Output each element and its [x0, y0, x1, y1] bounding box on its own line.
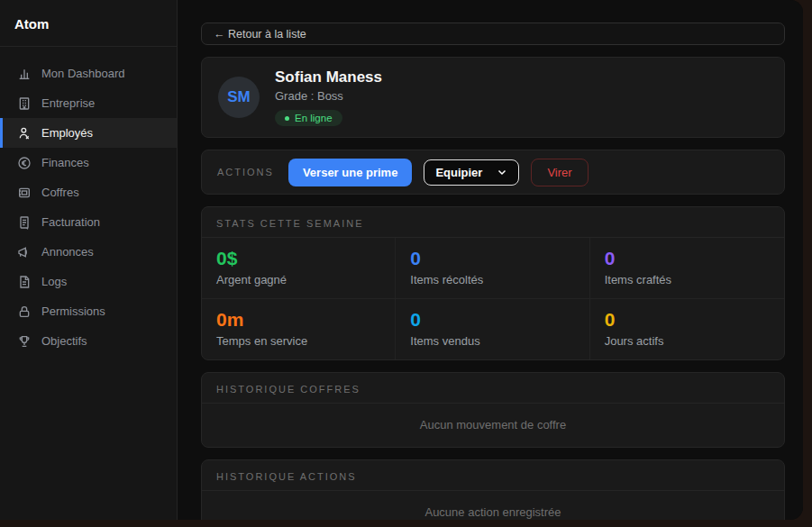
online-dot-icon [285, 116, 289, 121]
back-to-list-button[interactable]: ← Retour à la liste [201, 23, 785, 45]
invoice-icon [17, 215, 32, 230]
stat-label: Items vendus [410, 334, 574, 348]
stats-section-label: STATS CETTE SEMAINE [216, 218, 364, 229]
sidebar-item-dashboard[interactable]: Mon Dashboard [0, 59, 177, 88]
avatar: SM [218, 77, 260, 118]
profile-info: Sofian Maness Grade : Boss En ligne [275, 68, 382, 127]
main-content: ← Retour à la liste SM Sofian Maness Gra… [178, 0, 803, 520]
sidebar-item-label: Facturation [41, 215, 100, 229]
weekly-stats-card: STATS CETTE SEMAINE 0$ Argent gagné 0 It… [201, 206, 785, 360]
stats-card-header: STATS CETTE SEMAINE [202, 207, 784, 238]
sidebar-item-label: Coffres [41, 186, 79, 199]
sidebar-item-objectifs[interactable]: Objectifs [0, 326, 177, 356]
action-history-empty-text: Aucune action enregistrée [202, 491, 784, 520]
app-panel: Atom Mon Dashboard Entreprise Employés [0, 0, 803, 520]
status-label: En ligne [295, 113, 333, 123]
stat-value: 0m [216, 309, 380, 331]
sidebar-item-label: Logs [41, 275, 67, 288]
employee-profile-card: SM Sofian Maness Grade : Boss En ligne [201, 57, 785, 138]
stat-value: 0 [410, 309, 574, 331]
actions-card: ACTIONS Verser une prime Equipier Virer [201, 150, 785, 195]
stat-label: Temps en service [216, 334, 380, 348]
grade-select-value: Equipier [435, 166, 482, 179]
grade-select[interactable]: Equipier [424, 159, 519, 186]
sidebar-item-label: Objectifs [41, 334, 87, 348]
chart-bar-icon [17, 67, 32, 81]
sidebar-item-logs[interactable]: Logs [0, 267, 177, 296]
actions-section-label: ACTIONS [217, 167, 274, 177]
sidebar-item-facturation[interactable]: Facturation [0, 207, 177, 237]
sidebar-item-coffres[interactable]: Coffres [0, 177, 177, 207]
stat-label: Argent gagné [216, 273, 380, 286]
file-icon [17, 275, 32, 289]
stat-time-on-duty: 0m Temps en service [202, 299, 396, 359]
chest-history-header: HISTORIQUE COFFRES [202, 373, 784, 404]
action-history-section-label: HISTORIQUE ACTIONS [216, 471, 357, 482]
sidebar-nav: Mon Dashboard Entreprise Employés Financ… [0, 47, 177, 356]
sidebar-item-permissions[interactable]: Permissions [0, 296, 177, 326]
sidebar-item-label: Employés [41, 126, 93, 140]
sidebar-item-finances[interactable]: Finances [0, 148, 177, 177]
stat-value: 0 [605, 309, 770, 331]
action-history-card: HISTORIQUE ACTIONS Aucune action enregis… [201, 459, 785, 520]
stat-value: 0 [410, 248, 574, 269]
stat-active-days: 0 Jours actifs [590, 299, 784, 359]
chest-history-section-label: HISTORIQUE COFFRES [216, 384, 360, 395]
fire-button[interactable]: Virer [531, 159, 588, 186]
stat-items-sold: 0 Items vendus [396, 299, 589, 359]
employee-name: Sofian Maness [275, 68, 382, 86]
status-badge: En ligne [275, 110, 342, 126]
trophy-icon [17, 334, 32, 349]
chest-history-card: HISTORIQUE COFFRES Aucun mouvement de co… [201, 372, 785, 448]
sidebar-item-label: Annonces [41, 245, 94, 259]
sidebar-item-label: Finances [41, 156, 89, 169]
give-bonus-button[interactable]: Verser une prime [288, 159, 413, 186]
lock-icon [17, 304, 32, 319]
sidebar-item-label: Mon Dashboard [41, 67, 125, 80]
sidebar-item-label: Permissions [41, 304, 105, 318]
stat-money-earned: 0$ Argent gagné [202, 238, 396, 299]
sidebar-item-employes[interactable]: Employés [0, 118, 177, 148]
megaphone-icon [17, 245, 32, 259]
stat-label: Jours actifs [605, 334, 770, 348]
stat-label: Items craftés [605, 273, 770, 286]
sidebar-item-entreprise[interactable]: Entreprise [0, 88, 177, 118]
action-history-header: HISTORIQUE ACTIONS [202, 460, 784, 491]
euro-icon [17, 156, 32, 170]
chest-history-empty-text: Aucun mouvement de coffre [202, 404, 784, 447]
stat-label: Items récoltés [410, 273, 574, 286]
stat-value: 0 [605, 248, 770, 269]
employee-grade: Grade : Boss [275, 89, 382, 103]
safe-icon [17, 186, 32, 200]
sidebar-item-label: Entreprise [41, 96, 95, 110]
building-icon [17, 96, 32, 111]
chevron-down-icon [497, 167, 507, 177]
stats-grid: 0$ Argent gagné 0 Items récoltés 0 Items… [202, 238, 784, 359]
stat-items-harvested: 0 Items récoltés [396, 238, 589, 299]
users-icon [17, 126, 32, 141]
sidebar-item-annonces[interactable]: Annonces [0, 237, 177, 267]
stat-items-crafted: 0 Items craftés [590, 238, 784, 299]
sidebar: Atom Mon Dashboard Entreprise Employés [0, 0, 178, 520]
stat-value: 0$ [216, 248, 380, 269]
brand-title: Atom [0, 0, 177, 47]
